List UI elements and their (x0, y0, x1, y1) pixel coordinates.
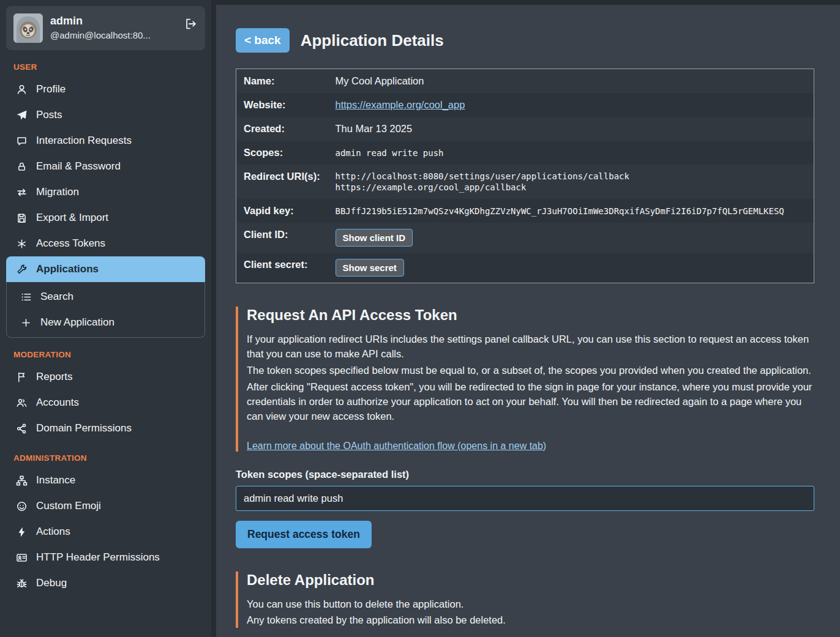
request-access-token-button[interactable]: Request access token (236, 521, 372, 548)
token-scopes-form: Token scopes (space-separated list) Requ… (236, 469, 814, 548)
nav-group-applications: ApplicationsSearchNew Application (6, 256, 205, 338)
sidebar: admin @admin@localhost:80... USERProfile… (0, 0, 211, 637)
info-row-client-secret: Client secret:Show secret (236, 253, 814, 283)
info-value-website: https://example.org/cool_app (328, 93, 814, 117)
submenu-applications: SearchNew Application (6, 282, 205, 338)
share-nodes-icon (15, 423, 28, 434)
token-scopes-input[interactable] (236, 486, 814, 511)
delete-section: Delete Application You can use this butt… (236, 572, 814, 628)
sidebar-item-label: Debug (36, 577, 67, 589)
sidebar-item-debug[interactable]: Debug (6, 570, 205, 596)
asterisk-icon (15, 238, 28, 250)
info-value-scopes: admin read write push (328, 141, 814, 165)
sidebar-item-export-import[interactable]: Export & Import (6, 205, 205, 231)
oauth-docs-link[interactable]: Learn more about the OAuth authenticatio… (247, 441, 546, 452)
sidebar-item-http-header-permissions[interactable]: HTTP Header Permissions (6, 545, 205, 570)
sidebar-item-migration[interactable]: Migration (6, 179, 205, 205)
info-label-client-id: Client ID: (236, 223, 328, 253)
info-value-redirect-uri-s: http://localhost:8080/settings/user/appl… (328, 165, 814, 199)
comment-icon (15, 135, 28, 147)
info-label-client-secret: Client secret: (236, 253, 328, 283)
sidebar-item-access-tokens[interactable]: Access Tokens (6, 231, 205, 256)
website-link[interactable]: https://example.org/cool_app (336, 99, 465, 110)
info-value-vapid-key: BBJffJ219b5iE512m7wQSzv4KgKDhgZZVzNyWC_r… (328, 199, 814, 223)
sidebar-item-label: Posts (36, 109, 62, 121)
token-section-paragraph: The token scopes specified below must be… (247, 363, 814, 378)
sidebar-item-new-application[interactable]: New Application (7, 310, 204, 335)
info-row-created: Created:Thu Mar 13 2025 (236, 117, 814, 141)
info-label-website: Website: (236, 93, 328, 117)
info-row-client-id: Client ID:Show client ID (236, 223, 814, 253)
token-section: Request An API Access Token If your appl… (236, 307, 814, 452)
user-icon (15, 84, 28, 95)
sidebar-item-interaction-requests[interactable]: Interaction Requests (6, 128, 205, 154)
user-card[interactable]: admin @admin@localhost:80... (6, 6, 205, 50)
list-icon (19, 291, 32, 303)
smiley-icon (15, 501, 28, 512)
redirect-uri: http://localhost:8080/settings/user/appl… (336, 171, 807, 182)
lock-icon (15, 161, 28, 173)
sidebar-item-label: Interaction Requests (36, 135, 132, 147)
transfer-arrows-icon (15, 187, 28, 198)
sidebar-item-applications[interactable]: Applications (6, 256, 205, 282)
sidebar-item-label: Instance (36, 474, 75, 486)
info-label-vapid-key: Vapid key: (236, 199, 328, 223)
nav-section-label-moderation: MODERATION (13, 350, 198, 359)
back-button[interactable]: < back (236, 28, 290, 53)
bolt-icon (15, 526, 28, 538)
sidebar-item-label: New Application (40, 316, 114, 329)
application-info-table: Name:My Cool ApplicationWebsite:https://… (236, 69, 814, 283)
paper-plane-icon (15, 110, 28, 121)
sidebar-item-custom-emoji[interactable]: Custom Emoji (6, 493, 205, 519)
sidebar-item-posts[interactable]: Posts (6, 102, 205, 128)
user-meta: admin @admin@localhost:80... (50, 13, 177, 40)
nav-section-label-user: USER (13, 62, 198, 72)
sidebar-item-label: Email & Password (36, 160, 121, 173)
sidebar-item-label: Migration (36, 186, 79, 198)
token-section-text: If your application redirect URIs includ… (247, 332, 814, 424)
sidebar-item-label: Applications (36, 263, 99, 275)
sidebar-nav: USERProfilePostsInteraction RequestsEmai… (0, 62, 211, 596)
bug-icon (15, 578, 28, 589)
sidebar-item-domain-permissions[interactable]: Domain Permissions (6, 415, 205, 441)
sidebar-item-profile[interactable]: Profile (6, 76, 205, 102)
flag-icon (15, 371, 28, 383)
tools-icon (15, 264, 28, 275)
info-row-scopes: Scopes:admin read write push (236, 141, 814, 165)
mono-value: BBJffJ219b5iE512m7wQSzv4KgKDhgZZVzNyWC_r… (336, 206, 784, 216)
token-section-paragraph: After clicking "Request access token", y… (247, 380, 814, 424)
delete-section-title: Delete Application (247, 572, 814, 589)
token-scopes-label: Token scopes (space-separated list) (236, 469, 814, 480)
sidebar-item-email-password[interactable]: Email & Password (6, 154, 205, 179)
show-client-id-show-button[interactable]: Show client ID (336, 229, 413, 247)
user-avatar (13, 13, 43, 43)
sidebar-item-reports[interactable]: Reports (6, 364, 205, 390)
plus-icon (19, 317, 32, 329)
info-row-redirect-uri-s: Redirect URI(s):http://localhost:8080/se… (236, 165, 814, 199)
sign-out-icon[interactable] (184, 17, 198, 31)
sidebar-item-label: HTTP Header Permissions (36, 551, 160, 564)
sidebar-item-accounts[interactable]: Accounts (6, 390, 205, 415)
info-label-redirect-uri-s: Redirect URI(s): (236, 165, 328, 199)
delete-section-text: You can use this button to delete the ap… (247, 597, 814, 628)
sidebar-item-label: Export & Import (36, 212, 108, 224)
info-row-website: Website:https://example.org/cool_app (236, 93, 814, 117)
user-handle: @admin@localhost:80... (50, 30, 177, 40)
sidebar-item-label: Profile (36, 83, 66, 95)
sidebar-item-search[interactable]: Search (7, 284, 204, 310)
info-row-vapid-key: Vapid key:BBJffJ219b5iE512m7wQSzv4KgKDhg… (236, 199, 814, 223)
show-client-secret-show-button[interactable]: Show secret (336, 259, 404, 277)
delete-section-line: Any tokens created by the application wi… (247, 613, 814, 628)
info-label-created: Created: (236, 117, 328, 141)
mono-value: admin read write push (336, 148, 444, 158)
sitemap-icon (15, 475, 28, 486)
sidebar-item-label: Accounts (36, 397, 79, 409)
sidebar-item-actions[interactable]: Actions (6, 519, 205, 545)
users-icon (15, 397, 28, 409)
sidebar-item-label: Domain Permissions (36, 422, 132, 434)
info-value-client-id: Show client ID (328, 223, 814, 253)
sidebar-item-instance[interactable]: Instance (6, 468, 205, 493)
redirect-uri: https://example.org/cool_app/callback (336, 182, 807, 193)
main-panel: < back Application Details Name:My Cool … (216, 5, 840, 637)
sidebar-item-label: Custom Emoji (36, 500, 101, 512)
